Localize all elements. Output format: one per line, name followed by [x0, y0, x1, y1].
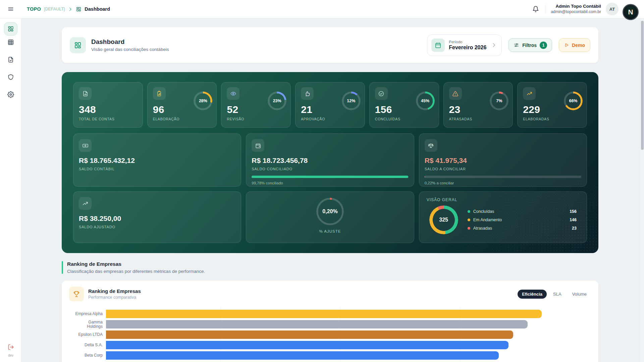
demo-label: Demo [572, 43, 585, 48]
conciliado-caption: 99,78% conciliado [252, 181, 408, 185]
chart-bar [106, 310, 542, 318]
sidebar-item-security[interactable] [4, 70, 17, 84]
chart-bar [106, 320, 528, 328]
period-label: Período [449, 40, 486, 44]
breadcrumb-env-tag: [DEFAULT] [44, 7, 65, 11]
period-selector[interactable]: Período Fevereiro 2026 [427, 35, 502, 56]
divider [545, 5, 545, 13]
banknote-icon [79, 139, 92, 152]
stat-label: APROVAÇÃO [301, 117, 359, 121]
legend-value: 146 [570, 218, 577, 222]
ranking-tabs: EficiênciaSLAVolume [518, 290, 591, 299]
saldo-ajustado-value: R$ 38.250,00 [79, 215, 235, 223]
stat-ring: 28% [194, 92, 212, 110]
section-subtitle: Classificação das empresas por diferente… [67, 269, 205, 274]
chart-row: GammaHoldings [67, 319, 585, 329]
stat-label: TOTAL DE CONTAS [79, 117, 137, 121]
notification-bell-icon[interactable] [531, 4, 540, 14]
hamburger-menu-icon[interactable] [0, 6, 21, 12]
page-title: Dashboard [91, 38, 169, 46]
ranking-card: Ranking de Empresas Performance comparat… [62, 281, 598, 362]
filters-button[interactable]: Filtros 1 [508, 38, 552, 52]
stat-ring: 23% [268, 92, 286, 110]
user-email: admin@topocontabil.com.br [551, 9, 601, 14]
ajuste-gauge-label: % AJUSTE [319, 229, 341, 233]
sidebar-item-documents[interactable] [4, 53, 17, 66]
topbar-right: Admin Topo Contábil admin@topocontabil.c… [531, 3, 619, 15]
chevron-right-icon [491, 42, 497, 48]
demo-button[interactable]: Demo [559, 38, 590, 52]
saldo-a-conciliar-label: SALDO A CONCILIAR [425, 167, 581, 171]
stat-card: 156 CONCLUÍDAS 45% [369, 82, 439, 128]
sidebar: dev [0, 18, 21, 362]
breadcrumb: TOPO [DEFAULT] Dashboard [27, 6, 110, 12]
doc-chart-icon [79, 87, 92, 100]
saldo-conciliado-card: R$ 18.723.456,78 SALDO CONCILIADO 99,78%… [246, 133, 414, 187]
sidebar-item-dashboard[interactable] [4, 22, 17, 36]
top-bar: TOPO [DEFAULT] Dashboard Admin Topo Cont… [0, 0, 644, 18]
sliders-icon [514, 42, 519, 48]
sidebar-item-settings[interactable] [4, 88, 17, 101]
thumbs-up-icon [301, 87, 314, 100]
stat-card: 23 ATRASADAS 7% [443, 82, 513, 128]
chart-bar [106, 341, 508, 349]
alert-triangle-icon [449, 87, 462, 100]
period-value: Fevereiro 2026 [449, 45, 486, 51]
legend-value: 23 [572, 226, 577, 231]
stat-percent: 66% [564, 92, 583, 110]
page-subtitle: Visão geral das conciliações contábeis [91, 47, 169, 52]
scrollbar-thumb[interactable] [641, 21, 644, 150]
breadcrumb-brand[interactable]: TOPO [27, 6, 41, 12]
breadcrumb-page[interactable]: Dashboard [85, 6, 110, 12]
tab-eficiência[interactable]: Eficiência [518, 290, 547, 299]
calendar-icon [431, 39, 445, 52]
logout-icon[interactable] [0, 344, 21, 350]
stat-percent: 23% [268, 92, 286, 110]
legend-row: Atrasadas23 [468, 224, 577, 233]
stat-value: 348 [79, 104, 137, 115]
a-conciliar-caption: 0,22% a conciliar [425, 181, 581, 185]
overview-total: 325 [429, 205, 458, 234]
ajuste-gauge-value: 0,20% [316, 198, 344, 225]
conciliado-progress-track [252, 176, 408, 178]
sidebar-item-tables[interactable] [4, 36, 17, 49]
filters-label: Filtros [522, 43, 537, 48]
saldo-ajustado-card: R$ 38.250,00 SALDO AJUSTADO [73, 191, 241, 243]
wallet-icon [252, 139, 264, 152]
legend-value: 156 [570, 209, 577, 214]
scrollbar-track[interactable] [641, 18, 644, 362]
tab-sla[interactable]: SLA [549, 290, 566, 299]
stat-label: ELABORADAS [523, 117, 581, 121]
conciliado-progress-fill [252, 176, 408, 178]
filters-count-badge: 1 [540, 42, 547, 49]
chevron-right-icon [68, 7, 73, 12]
stat-card: 21 APROVAÇÃO 12% [295, 82, 365, 128]
scales-icon [425, 139, 437, 152]
saldo-conciliado-value: R$ 18.723.456,78 [252, 157, 408, 165]
chart-category-label: Empresa Alpha [67, 312, 103, 316]
legend-label: Atrasadas [473, 226, 492, 231]
ranking-subtitle: Performance comparativa [88, 295, 141, 300]
legend-row: Concluídas156 [468, 207, 577, 216]
stat-label: ATRASADAS [449, 117, 507, 121]
overview-donut-chart: 325 [429, 205, 458, 234]
nextjs-dev-badge[interactable]: N [623, 4, 639, 20]
overview-legend: Concluídas156Em Andamento146Atrasadas23 [468, 207, 577, 233]
stat-label: CONCLUÍDAS [375, 117, 433, 121]
stat-label: ELABORAÇÃO [153, 117, 211, 121]
overview-title: VISÃO GERAL [427, 197, 579, 202]
tab-volume[interactable]: Volume [568, 290, 591, 299]
stat-ring: 45% [416, 92, 435, 110]
chart-category-label: GammaHoldings [67, 320, 103, 329]
chart-row: Epsilon LTDA [67, 329, 585, 340]
saldo-contabil-card: R$ 18.765.432,12 SALDO CONTÁBIL [73, 133, 241, 187]
avatar[interactable]: AT [606, 3, 619, 15]
legend-label: Em Andamento [473, 218, 502, 222]
stat-percent: 7% [490, 92, 508, 110]
stat-ring: 66% [564, 92, 583, 110]
chart-bar [106, 330, 513, 339]
trophy-icon [69, 287, 84, 301]
chart-category-label: Epsilon LTDA [67, 333, 103, 337]
eye-icon [227, 87, 239, 100]
chart-row: Delta S.A. [67, 340, 585, 350]
